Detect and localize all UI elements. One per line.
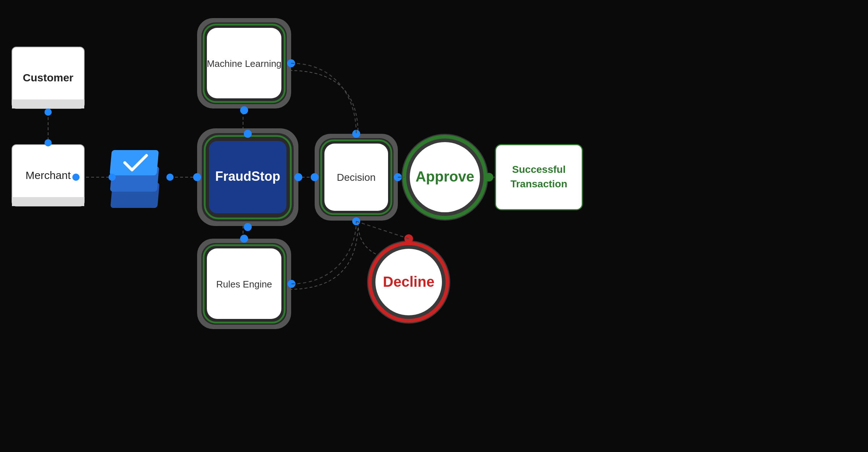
rules-engine-label: Rules Engine xyxy=(216,279,272,290)
decision-label: Decision xyxy=(337,172,375,183)
approve-right-dot xyxy=(485,173,493,182)
svg-rect-14 xyxy=(110,150,159,175)
customer-node: Customer xyxy=(12,47,84,108)
successful-label-line2: Transaction xyxy=(510,178,567,189)
db-left-dot xyxy=(109,174,116,181)
db-right-dot xyxy=(166,174,174,181)
approve-label: Approve xyxy=(416,169,474,184)
machine-learning-label: Machine Learning xyxy=(207,58,282,69)
decision-left-dot xyxy=(311,173,319,181)
merchant-label: Merchant xyxy=(25,169,71,181)
svg-rect-37 xyxy=(495,145,582,210)
decline-node: Decline xyxy=(367,234,450,324)
machine-learning-node: Machine Learning xyxy=(197,18,295,114)
merchant-right-dot xyxy=(72,174,80,181)
fraudstop-bottom-dot xyxy=(244,223,252,231)
db-stack-icon xyxy=(110,150,159,208)
fraudstop-right-dot xyxy=(294,173,302,181)
approve-node: Approve xyxy=(401,134,493,221)
fraudstop-node: FraudStop xyxy=(193,128,302,231)
fraudstop-top-dot xyxy=(244,130,252,138)
ml-bottom-dot xyxy=(240,106,248,114)
decline-label: Decline xyxy=(383,274,434,290)
decision-node: Decision xyxy=(311,130,402,225)
customer-label: Customer xyxy=(23,72,73,84)
fraudstop-label: FraudStop xyxy=(215,169,280,184)
successful-transaction-node: Successful Transaction xyxy=(495,145,582,210)
customer-bottom-dot xyxy=(44,108,52,116)
rules-engine-node: Rules Engine xyxy=(197,235,295,329)
successful-label-line1: Successful xyxy=(512,164,566,175)
re-top-dot xyxy=(240,235,248,243)
svg-line-39 xyxy=(356,221,409,239)
svg-rect-9 xyxy=(12,99,84,108)
merchant-top-dot xyxy=(44,139,52,146)
svg-rect-11 xyxy=(12,197,84,206)
fraudstop-left-dot xyxy=(193,173,201,181)
